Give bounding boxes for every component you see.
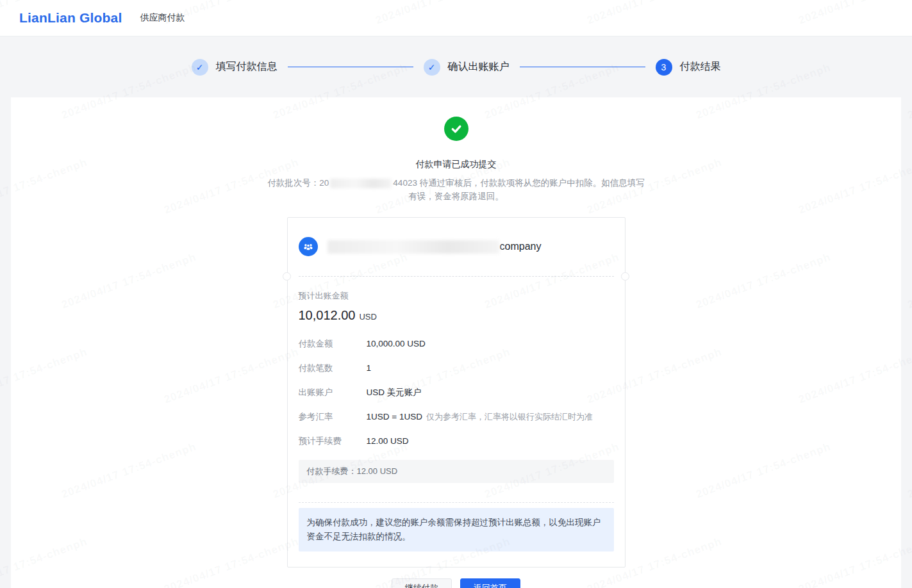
row-payment-amount: 付款金额 10,000.00 USD: [299, 338, 614, 350]
row-value: USD 美元账户: [367, 387, 422, 398]
row-payment-count: 付款笔数 1: [299, 363, 614, 374]
estimated-debit-amount: 10,012.00 USD: [299, 308, 614, 323]
row-value: 1USD = 1USD: [367, 412, 422, 421]
payee-account-row: company: [299, 229, 614, 276]
payee-company-name: company: [327, 240, 542, 254]
top-header: LianLian Global 供应商付款: [0, 0, 912, 37]
app-title: 供应商付款: [140, 12, 185, 24]
result-panel: 付款申请已成功提交 付款批次号：2044023 待通过审核后，付款款项将从您的账…: [11, 97, 901, 588]
company-name-suffix: company: [500, 241, 542, 252]
row-label: 付款笔数: [299, 363, 367, 374]
payment-detail-rows: 付款金额 10,000.00 USD 付款笔数 1 出账账户 USD 美元账户 …: [299, 338, 614, 447]
dashed-divider: [299, 502, 614, 503]
payment-summary-card: company 预计出账金额 10,012.00 USD 付款金额 10,000…: [287, 217, 626, 568]
step1-check-icon: ✓: [192, 59, 208, 76]
ticket-notch-right: [621, 272, 629, 281]
batch-number-prefix: 20: [319, 178, 329, 188]
estimated-debit-label: 预计出账金额: [299, 290, 614, 302]
fee-breakdown-box: 付款手续费：12.00 USD: [299, 460, 614, 483]
lianlian-global-logo: LianLian Global: [19, 10, 122, 26]
company-avatar-icon: [299, 237, 318, 256]
row-debit-account: 出账账户 USD 美元账户: [299, 387, 614, 398]
amount-value: 10,012.00: [299, 308, 356, 323]
step3-label: 付款结果: [680, 60, 721, 74]
balance-notice-box: 为确保付款成功，建议您的账户余额需保持超过预计出账总额，以免出现账户资金不足无法…: [299, 508, 614, 551]
row-value: 1: [367, 363, 372, 373]
back-to-home-button[interactable]: 返回首页: [460, 578, 520, 588]
ticket-divider: [299, 276, 614, 277]
result-description: 付款批次号：2044023 待通过审核后，付款款项将从您的账户中扣除。如信息填写…: [265, 176, 647, 203]
result-title: 付款申请已成功提交: [416, 159, 497, 170]
step-payment-result: 3 付款结果: [656, 59, 721, 76]
step-fill-payment-info: ✓ 填写付款信息: [192, 59, 278, 76]
row-label: 付款金额: [299, 338, 367, 350]
action-buttons: 继续付款 返回首页: [392, 578, 520, 588]
row-estimated-fee: 预计手续费 12.00 USD: [299, 436, 614, 447]
step2-check-icon: ✓: [424, 59, 440, 76]
step-connector-line: [288, 67, 413, 67]
batch-number-redacted: [330, 179, 392, 188]
wizard-stepper: ✓ 填写付款信息 ✓ 确认出账账户 3 付款结果: [0, 37, 912, 97]
batch-number-label: 付款批次号：: [267, 178, 319, 188]
step2-label: 确认出账账户: [448, 60, 510, 74]
company-name-redacted: [327, 240, 499, 254]
rate-disclaimer-note: 仅为参考汇率，汇率将以银行实际结汇时为准: [426, 411, 593, 423]
amount-currency: USD: [359, 312, 376, 322]
row-value: 12.00 USD: [367, 436, 409, 446]
row-reference-rate: 参考汇率 1USD = 1USD 仅为参考汇率，汇率将以银行实际结汇时为准: [299, 411, 614, 423]
step3-number-badge: 3: [656, 59, 672, 76]
step1-label: 填写付款信息: [216, 60, 278, 74]
result-desc-text: 待通过审核后，付款款项将从您的账户中扣除。如信息填写有误，资金将原路退回。: [408, 178, 644, 201]
batch-number-suffix: 44023: [393, 178, 417, 188]
step-connector-line: [520, 67, 645, 67]
row-label: 出账账户: [299, 387, 367, 398]
row-value: 10,000.00 USD: [367, 339, 426, 348]
continue-payment-button[interactable]: 继续付款: [392, 578, 452, 588]
success-check-icon: [444, 117, 468, 141]
ticket-notch-left: [283, 272, 291, 281]
step-confirm-account: ✓ 确认出账账户: [424, 59, 510, 76]
row-label: 预计手续费: [299, 436, 367, 447]
row-label: 参考汇率: [299, 411, 367, 423]
